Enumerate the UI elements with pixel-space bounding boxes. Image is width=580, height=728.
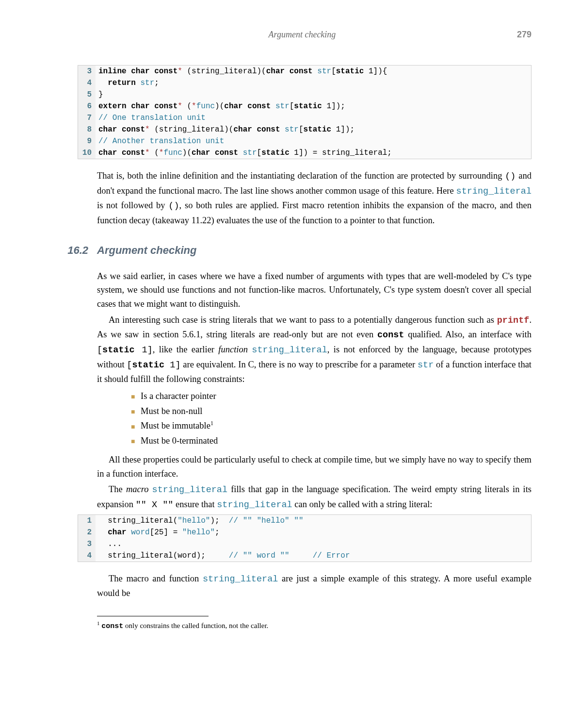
section-number: 16.2 bbox=[58, 242, 97, 259]
line-number: 9 bbox=[78, 135, 96, 147]
bullet-text: Is a character pointer bbox=[141, 389, 216, 403]
bullet-icon: ■ bbox=[131, 392, 141, 402]
code-text: string_literal(word); // "" word "" // E… bbox=[96, 550, 350, 562]
code-block-1: 3inline char const* (string_literal)(cha… bbox=[78, 65, 532, 159]
code-text: } bbox=[96, 89, 103, 100]
footnote-1: 1 const only constrains the called funct… bbox=[97, 619, 532, 632]
bullet-text: Must be immutable1 bbox=[141, 419, 213, 433]
code-line: 8char const* (string_literal)(char const… bbox=[78, 124, 531, 135]
list-item: ■Is a character pointer bbox=[131, 389, 532, 403]
footnote-rule bbox=[97, 616, 209, 616]
list-item: ■Must be 0-terminated bbox=[131, 434, 532, 448]
code-line: 4 return str; bbox=[78, 77, 531, 89]
code-line: 4 string_literal(word); // "" word "" //… bbox=[78, 550, 531, 562]
code-line: 6extern char const* (*func)(char const s… bbox=[78, 100, 531, 112]
paragraph-5: The macro string_literal fills that gap … bbox=[97, 482, 532, 512]
paragraph-3: An interesting such case is string liter… bbox=[97, 313, 532, 386]
line-number: 4 bbox=[78, 550, 96, 562]
header-title: Argument checking bbox=[58, 28, 517, 42]
paragraph-4: All these properties could be particular… bbox=[97, 453, 532, 480]
paragraph-6: The macro and function string_literal ar… bbox=[97, 572, 532, 600]
bullet-icon: ■ bbox=[131, 407, 141, 417]
code-line: 3inline char const* (string_literal)(cha… bbox=[78, 66, 531, 77]
code-line: 10char const* (*func)(char const str[sta… bbox=[78, 147, 531, 159]
line-number: 5 bbox=[78, 89, 96, 100]
line-number: 8 bbox=[78, 124, 96, 135]
line-number: 2 bbox=[78, 527, 96, 538]
paragraph-1: That is, both the inline definition and … bbox=[97, 169, 532, 228]
code-text: char const* (*func)(char const str[stati… bbox=[96, 147, 392, 159]
code-line: 2 char word[25] = "hello"; bbox=[78, 527, 531, 538]
code-line: 7// One translation unit bbox=[78, 112, 531, 124]
bullet-icon: ■ bbox=[131, 436, 141, 447]
line-number: 6 bbox=[78, 100, 96, 112]
line-number: 3 bbox=[78, 66, 96, 77]
bullet-text: Must be 0-terminated bbox=[141, 434, 218, 448]
section-heading: 16.2 Argument checking bbox=[58, 242, 532, 259]
code-text: ... bbox=[96, 538, 122, 550]
code-text: string_literal("hello"); // "" "hello" "… bbox=[96, 515, 303, 527]
code-line: 5} bbox=[78, 89, 531, 100]
code-text: inline char const* (string_literal)(char… bbox=[96, 66, 387, 77]
code-block-2: 1 string_literal("hello"); // "" "hello"… bbox=[78, 514, 532, 562]
code-line: 1 string_literal("hello"); // "" "hello"… bbox=[78, 515, 531, 527]
code-line: 9// Another translation unit bbox=[78, 135, 531, 147]
code-text: char word[25] = "hello"; bbox=[96, 527, 220, 538]
bullet-icon: ■ bbox=[131, 422, 141, 432]
line-number: 3 bbox=[78, 538, 96, 550]
code-text: // Another translation unit bbox=[96, 135, 224, 147]
page-number: 279 bbox=[517, 28, 532, 42]
bullet-text: Must be non-null bbox=[141, 404, 202, 418]
code-text: return str; bbox=[96, 77, 159, 89]
paragraph-2: As we said earlier, in cases where we ha… bbox=[97, 269, 532, 311]
line-number: 10 bbox=[78, 147, 96, 159]
bullet-list: ■Is a character pointer■Must be non-null… bbox=[131, 389, 532, 448]
code-text: // One translation unit bbox=[96, 112, 206, 124]
code-text: char const* (string_literal)(char const … bbox=[96, 124, 354, 135]
code-line: 3 ... bbox=[78, 538, 531, 550]
list-item: ■Must be non-null bbox=[131, 404, 532, 418]
line-number: 7 bbox=[78, 112, 96, 124]
line-number: 1 bbox=[78, 515, 96, 527]
page-header: Argument checking 279 bbox=[58, 28, 532, 42]
code-text: extern char const* (*func)(char const st… bbox=[96, 100, 345, 112]
list-item: ■Must be immutable1 bbox=[131, 419, 532, 433]
section-title: Argument checking bbox=[97, 242, 196, 259]
line-number: 4 bbox=[78, 77, 96, 89]
